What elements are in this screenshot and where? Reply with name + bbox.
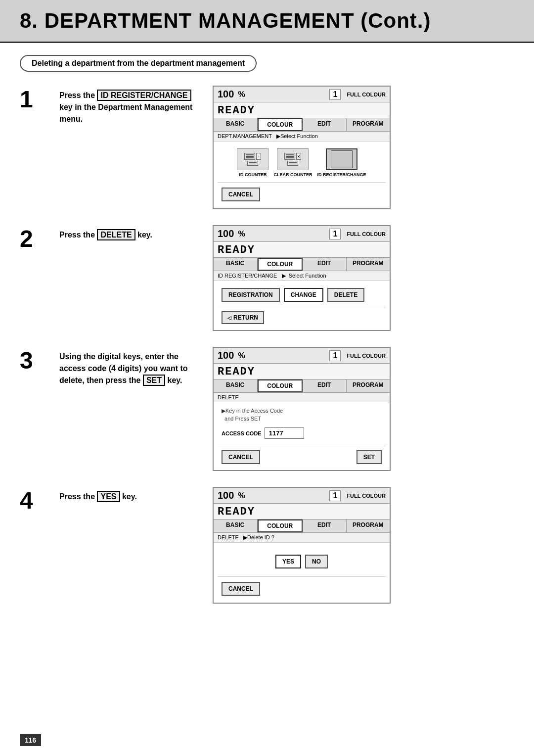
screen-1-cancel-btn[interactable]: CANCEL — [222, 188, 260, 201]
step-1-screen: 100 % 1 FULL COLOUR READY BASIC COLOUR E… — [213, 86, 391, 209]
step-4-screen: 100 % 1 FULL COLOUR READY BASIC COLOUR E… — [213, 487, 391, 604]
screen-3-divider — [218, 446, 386, 446]
screen-3-zoom-sym: % — [238, 351, 245, 360]
screen-4-yes-no-row: YES NO — [218, 552, 386, 571]
screen-2-tab-edit[interactable]: EDIT — [303, 258, 347, 271]
icon-cell-id-counter: ↑ ID COUNTER — [237, 148, 268, 177]
screen-4-no-btn[interactable]: NO — [305, 555, 328, 568]
step-4-row: 4 Press the YES key. 100 % 1 FULL COLOUR… — [20, 487, 514, 604]
screen-1-tabs: BASIC COLOUR EDIT PROGRAM — [214, 118, 390, 132]
screen-3-topbar: 100 % 1 FULL COLOUR — [214, 348, 390, 364]
icon-clear-counter: ✕ — [277, 148, 309, 170]
screen-1-pagenum: 1 — [329, 89, 341, 100]
screen-1-breadcrumb: DEPT.MANAGEMENT ▶Select Function — [214, 132, 390, 142]
screen-1-tab-colour[interactable]: COLOUR — [258, 118, 303, 131]
screen-2-tab-program[interactable]: PROGRAM — [347, 258, 390, 271]
screen-3-input-row: ACCESS CODE 1177 — [218, 425, 386, 441]
page-content: Deleting a department from the departmen… — [0, 55, 534, 639]
step-1-text: Press the ID REGISTER/CHANGE key in the … — [59, 86, 198, 125]
screen-3-info1: ▶Key in the Access Code — [218, 406, 386, 414]
icon-label-id-register: ID REGISTER/CHANGE — [317, 172, 366, 177]
screen-4-tab-basic[interactable]: BASIC — [214, 520, 258, 532]
screen-3-set-btn[interactable]: SET — [356, 450, 382, 464]
step-2-screen: 100 % 1 FULL COLOUR READY BASIC COLOUR E… — [213, 225, 391, 331]
step-2-number: 2 — [20, 227, 44, 251]
page-wrapper: 8. DEPARTMENT MANAGEMENT (Cont.) Deletin… — [0, 0, 534, 756]
icon-cell-id-register: ID REGISTER/CHANGE — [317, 148, 366, 177]
step-3-screen: 100 % 1 FULL COLOUR READY BASIC COLOUR E… — [213, 347, 391, 471]
screen-1-divider — [218, 182, 386, 183]
screen-2-tab-basic[interactable]: BASIC — [214, 258, 258, 271]
step-1-number: 1 — [20, 88, 44, 111]
screen-4-cancel-btn[interactable]: CANCEL — [222, 582, 260, 596]
screen-2-ready: READY — [214, 242, 390, 257]
screen-4-tab-colour[interactable]: COLOUR — [258, 520, 303, 532]
icon-id-register — [326, 148, 357, 170]
step-1-row: 1 Press the ID REGISTER/CHANGE key in th… — [20, 86, 514, 209]
screen-4-tabs: BASIC COLOUR EDIT PROGRAM — [214, 519, 390, 533]
step-2-key: DELETE — [97, 229, 135, 240]
screen-4-zoom-sym: % — [238, 491, 245, 500]
screen-4-tab-edit[interactable]: EDIT — [303, 520, 347, 532]
icon-id-counter: ↑ — [237, 148, 268, 170]
screen-3-access-field[interactable]: 1177 — [265, 427, 304, 439]
step-3-number: 3 — [20, 349, 44, 373]
screen-2-delete-btn[interactable]: DELETE — [327, 288, 364, 302]
step-2-row: 2 Press the DELETE key. 100 % 1 FULL COL… — [20, 225, 514, 331]
screen-3-ready: READY — [214, 364, 390, 379]
screen-2-fullcolour: FULL COLOUR — [347, 231, 386, 237]
screen-2-breadcrumb: ID REGISTER/CHANGE ▶ Select Function — [214, 271, 390, 281]
screen-4-yes-btn[interactable]: YES — [275, 555, 301, 568]
screen-1-tab-basic[interactable]: BASIC — [214, 118, 258, 131]
screen-4-topbar: 100 % 1 FULL COLOUR — [214, 488, 390, 504]
screen-2-zoom: 100 — [218, 228, 234, 239]
screen-2-registration-btn[interactable]: REGISTRATION — [222, 288, 280, 302]
screen-1-btns: CANCEL — [218, 185, 386, 204]
screen-3-tabs: BASIC COLOUR EDIT PROGRAM — [214, 379, 390, 393]
section-label: Deleting a department from the departmen… — [20, 55, 257, 72]
screen-4-divider — [218, 576, 386, 577]
screen-1-zoom: 100 — [218, 89, 234, 100]
screen-3-body: ▶Key in the Access Code and Press SET AC… — [214, 402, 390, 470]
screen-4-zoom: 100 — [218, 490, 234, 501]
step-3-text: Using the digital keys, enter the access… — [59, 347, 198, 386]
icon-label-id-counter: ID COUNTER — [239, 172, 267, 177]
screen-3-cancel-btn[interactable]: CANCEL — [222, 450, 260, 464]
screen-2-pagenum: 1 — [329, 229, 341, 239]
icon-label-clear-counter: CLEAR COUNTER — [273, 172, 312, 177]
screen-2-return-btn[interactable]: ◁ RETURN — [222, 311, 264, 324]
screen-3-tab-edit[interactable]: EDIT — [303, 379, 347, 392]
screen-2-tab-colour[interactable]: COLOUR — [258, 258, 303, 271]
screen-2-change-btn[interactable]: CHANGE — [284, 288, 323, 302]
screen-3-tab-colour[interactable]: COLOUR — [258, 379, 303, 392]
screen-2-topbar: 100 % 1 FULL COLOUR — [214, 226, 390, 242]
page-title: 8. DEPARTMENT MANAGEMENT (Cont.) — [20, 9, 514, 33]
screen-3-tab-basic[interactable]: BASIC — [214, 379, 258, 392]
screen-4-cancel-row: CANCEL — [218, 579, 386, 599]
screen-1-tab-edit[interactable]: EDIT — [303, 118, 347, 131]
screen-4-ready: READY — [214, 504, 390, 519]
step-3-row: 3 Using the digital keys, enter the acce… — [20, 347, 514, 471]
screen-4-fullcolour: FULL COLOUR — [347, 493, 386, 499]
screen-3-info2: and Press SET — [218, 414, 386, 422]
screen-4-tab-program[interactable]: PROGRAM — [347, 520, 390, 532]
screen-2-three-btns: REGISTRATION CHANGE DELETE — [218, 285, 386, 305]
page-number: 116 — [20, 734, 41, 746]
screen-2-body: REGISTRATION CHANGE DELETE ◁ RETURN — [214, 281, 390, 330]
screen-4-breadcrumb: DELETE ▶Delete ID ? — [214, 533, 390, 543]
screen-1-tab-program[interactable]: PROGRAM — [347, 118, 390, 131]
step-3-key: SET — [143, 375, 165, 386]
screen-1-zoom-sym: % — [238, 90, 245, 99]
screen-2-return-wrap: ◁ RETURN — [218, 309, 386, 326]
screen-1-body: ↑ ID COUNTER — [214, 142, 390, 208]
page-header: 8. DEPARTMENT MANAGEMENT (Cont.) — [0, 0, 534, 43]
screen-4-body: YES NO CANCEL — [214, 543, 390, 603]
screen-1-icon-grid: ↑ ID COUNTER — [218, 145, 386, 180]
screen-3-zoom: 100 — [218, 350, 234, 361]
screen-3-tab-program[interactable]: PROGRAM — [347, 379, 390, 392]
screen-3-access-label: ACCESS CODE — [222, 430, 262, 436]
return-arrow-icon: ◁ — [227, 315, 231, 321]
step-4-text: Press the YES key. — [59, 487, 198, 503]
screen-1-topbar: 100 % 1 FULL COLOUR — [214, 87, 390, 102]
screen-1-fullcolour: FULL COLOUR — [347, 92, 386, 97]
